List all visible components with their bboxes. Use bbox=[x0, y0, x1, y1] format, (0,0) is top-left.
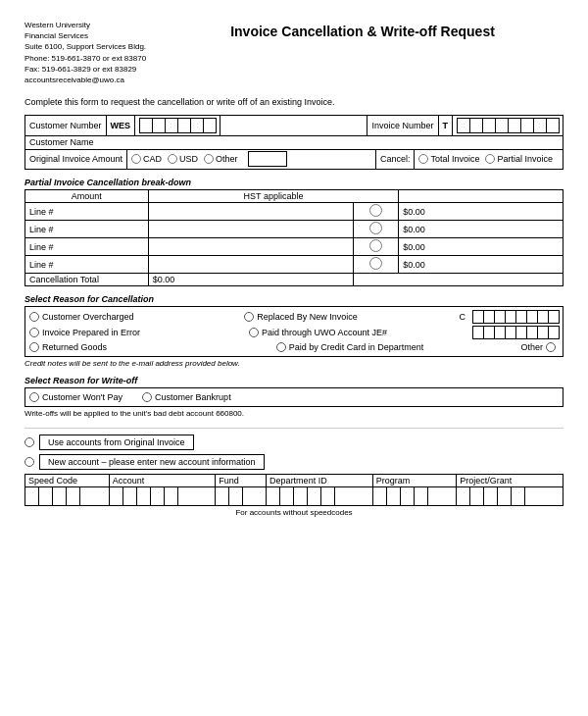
inv-box-8[interactable] bbox=[546, 118, 560, 133]
prog-5[interactable] bbox=[428, 487, 442, 505]
account-cell[interactable] bbox=[109, 487, 216, 506]
total-invoice-radio[interactable]: Total Invoice bbox=[418, 154, 479, 164]
hst-radio-3[interactable] bbox=[354, 238, 399, 256]
cancel-options: Total Invoice Partial Invoice bbox=[415, 149, 563, 169]
program-cell[interactable] bbox=[372, 487, 457, 506]
amount-cell-4[interactable] bbox=[148, 256, 354, 274]
speed-code-header: Speed Code bbox=[25, 475, 110, 487]
page-title: Invoice Cancellation & Write-off Request bbox=[162, 20, 564, 39]
proj-1[interactable] bbox=[457, 487, 470, 505]
sc-2[interactable] bbox=[39, 487, 53, 505]
hst-radio-1[interactable] bbox=[354, 203, 399, 221]
inv-box-7[interactable] bbox=[533, 118, 547, 133]
fund-cell[interactable] bbox=[216, 487, 267, 506]
replaced-t-boxes bbox=[472, 310, 559, 324]
speed-code-cell[interactable] bbox=[25, 487, 110, 506]
proj-3[interactable] bbox=[484, 487, 498, 505]
prog-3[interactable] bbox=[401, 487, 415, 505]
dept-3[interactable] bbox=[294, 487, 308, 505]
cust-box-5[interactable] bbox=[190, 118, 204, 133]
usd-radio-input[interactable] bbox=[168, 154, 177, 164]
hst-value-2: $0.00 bbox=[399, 221, 564, 238]
ac-6[interactable] bbox=[178, 487, 192, 505]
prog-2[interactable] bbox=[387, 487, 401, 505]
reason-returned-goods[interactable]: Returned Goods bbox=[29, 341, 107, 353]
customer-name-label: Customer Name bbox=[25, 135, 563, 149]
proj-6[interactable] bbox=[525, 487, 539, 505]
table-row: Line # $0.00 bbox=[25, 203, 564, 221]
amount-cell-2[interactable] bbox=[148, 221, 354, 238]
inv-box-1[interactable] bbox=[457, 118, 470, 133]
prog-1[interactable] bbox=[373, 487, 387, 505]
inv-box-5[interactable] bbox=[508, 118, 521, 133]
dept-cell[interactable] bbox=[267, 487, 373, 506]
ac-1[interactable] bbox=[110, 487, 123, 505]
cust-box-3[interactable] bbox=[165, 118, 178, 133]
proj-4[interactable] bbox=[498, 487, 512, 505]
hst-radio-2[interactable] bbox=[354, 221, 399, 238]
fund-2[interactable] bbox=[229, 487, 243, 505]
reason-paid-credit-card[interactable]: Paid by Credit Card in Department bbox=[276, 341, 424, 353]
project-header: Project/Grant bbox=[457, 475, 564, 487]
customer-number-boxes[interactable] bbox=[135, 116, 220, 135]
inv-box-6[interactable] bbox=[520, 118, 534, 133]
dept-6[interactable] bbox=[335, 487, 349, 505]
reason-prepared-error[interactable]: Invoice Prepared in Error bbox=[29, 327, 140, 338]
ac-2[interactable] bbox=[123, 487, 137, 505]
proj-5[interactable] bbox=[512, 487, 525, 505]
other-radio[interactable]: Other bbox=[204, 154, 238, 164]
proj-2[interactable] bbox=[470, 487, 484, 505]
table-row: Line # $0.00 bbox=[25, 238, 564, 256]
ac-4[interactable] bbox=[151, 487, 165, 505]
project-cell[interactable] bbox=[457, 487, 564, 506]
usd-radio[interactable]: USD bbox=[168, 154, 198, 164]
partial-invoice-input[interactable] bbox=[485, 154, 495, 164]
account-option2-radio[interactable] bbox=[24, 457, 34, 467]
hst-radio-4[interactable] bbox=[354, 256, 399, 274]
dept-5[interactable] bbox=[321, 487, 335, 505]
invoice-prefix: T bbox=[439, 116, 454, 135]
dept-4[interactable] bbox=[308, 487, 321, 505]
sc-1[interactable] bbox=[25, 487, 39, 505]
ac-3[interactable] bbox=[137, 487, 151, 505]
reason-paid-uwo[interactable]: Paid through UWO Account JE# bbox=[249, 327, 387, 338]
cust-box-4[interactable] bbox=[177, 118, 191, 133]
uwo-t-boxes bbox=[472, 326, 559, 339]
partial-invoice-radio[interactable]: Partial Invoice bbox=[485, 154, 553, 164]
amount-cell-3[interactable] bbox=[148, 238, 354, 256]
other-radio-input[interactable] bbox=[204, 154, 214, 164]
section-divider bbox=[24, 428, 564, 429]
col-amount-header: Amount bbox=[25, 190, 149, 203]
fund-3[interactable] bbox=[243, 487, 257, 505]
page-header: Western University Financial Services Su… bbox=[24, 20, 564, 85]
inv-box-4[interactable] bbox=[495, 118, 509, 133]
inv-box-3[interactable] bbox=[482, 118, 496, 133]
amount-cell-1[interactable] bbox=[148, 203, 354, 221]
cust-box-1[interactable] bbox=[139, 118, 153, 133]
reason-bankrupt[interactable]: Customer Bankrupt bbox=[142, 391, 231, 403]
cust-box-6[interactable] bbox=[203, 118, 217, 133]
fund-1[interactable] bbox=[216, 487, 229, 505]
account-option1-radio[interactable] bbox=[24, 437, 34, 447]
reason-overcharged[interactable]: Customer Overcharged bbox=[29, 311, 134, 323]
other-box[interactable] bbox=[248, 151, 287, 167]
customer-prefix: WES bbox=[107, 116, 136, 135]
sc-5[interactable] bbox=[80, 487, 94, 505]
cad-radio[interactable]: CAD bbox=[131, 154, 162, 164]
sc-3[interactable] bbox=[53, 487, 67, 505]
reason-other[interactable]: Other bbox=[521, 341, 560, 353]
sc-4[interactable] bbox=[67, 487, 80, 505]
ac-5[interactable] bbox=[165, 487, 178, 505]
invoice-number-boxes[interactable] bbox=[453, 116, 563, 135]
total-invoice-input[interactable] bbox=[418, 154, 428, 164]
table-row: Line # $0.00 bbox=[25, 256, 564, 274]
prog-4[interactable] bbox=[415, 487, 428, 505]
cad-radio-input[interactable] bbox=[131, 154, 141, 164]
reason-replaced[interactable]: Replaced By New Invoice bbox=[244, 311, 358, 323]
partial-invoice-section: Partial Invoice Cancellation break-down … bbox=[24, 178, 564, 286]
reason-wont-pay[interactable]: Customer Won't Pay bbox=[29, 391, 122, 403]
inv-box-2[interactable] bbox=[469, 118, 483, 133]
cust-box-2[interactable] bbox=[152, 118, 166, 133]
dept-2[interactable] bbox=[280, 487, 294, 505]
dept-1[interactable] bbox=[267, 487, 280, 505]
